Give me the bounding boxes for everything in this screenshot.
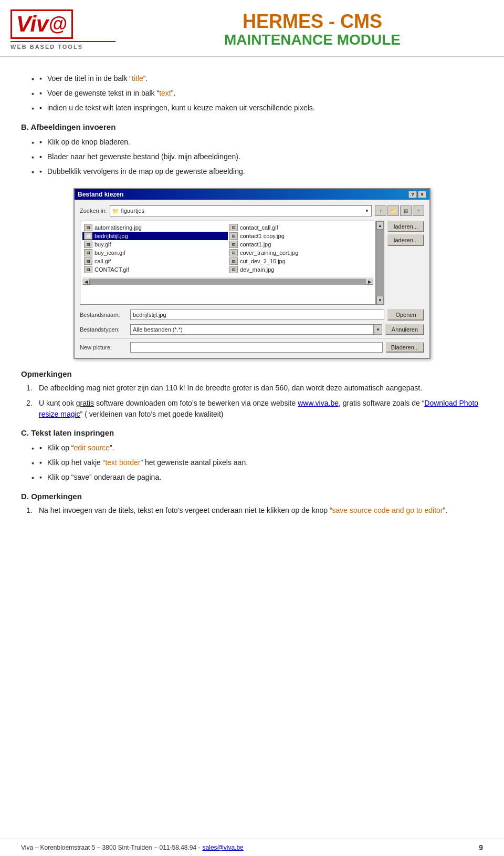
toolbar-icons: ↑ 📁 ⊞ ≡ [375,205,424,216]
save-source-link[interactable]: save source code and go to editor [332,506,443,514]
title-sub: MAINTENANCE MODULE [136,32,488,48]
section-c-bullet-2: ▪ Klik op het vakje “text border” het ge… [32,457,483,469]
section-b-bullet-2: ▪ Blader naar het gewenste bestand (bijv… [32,151,483,163]
intro-bullet-2: ▪ Voer de gewenste tekst in in balk “tex… [32,88,483,99]
dropdown-arrow-icon: ▼ [365,209,369,213]
section-d-list: 1. Na het invoegen van de titels, tekst … [26,505,483,516]
new-picture-btn[interactable]: Bladeren... [386,342,424,353]
title-link[interactable]: title [132,74,143,82]
scroll-right-btn[interactable]: ▶ [366,279,373,285]
download-photo-link[interactable]: Download Photo resize magic [39,399,478,418]
bullet-marker: ▪ [39,88,42,99]
view-icon-2[interactable]: ≡ [413,205,424,216]
file-item[interactable]: 🖼 contact1 copy.jpg [228,232,373,240]
logo-box: Viv@ [10,9,73,39]
bullet-marker: ▪ [39,166,42,177]
section-b-bullet-1: ▪ Klik op de knop bladeren. [32,137,483,148]
view-icon-1[interactable]: ⊞ [400,205,412,216]
logo-subtext: WEB BASED TOOLS [10,41,116,50]
footer-left: Viva – Korenbloemstraat 5 – 3800 Sint-Tr… [21,844,244,851]
bestandsnaam-label: Bestandsnaam: [80,312,127,318]
viva-be-link[interactable]: www.viva.be [298,399,339,407]
folder-icon: 📁 [112,208,119,214]
edit-source-link[interactable]: edit source [74,444,110,452]
section-b-heading: B. Afbeeldingen invoeren [21,122,483,131]
file-icon: 🖼 [84,266,92,273]
bestandstypen-dropdown[interactable]: Alle bestanden (*.*) ▼ [130,324,382,335]
horizontal-scrollbar[interactable]: ◀ ▶ [82,277,373,285]
file-item[interactable]: 🖼 cover_training_cert.jpg [228,249,373,257]
title-buttons: ? × [408,191,426,198]
intro-bullet-1: ▪ Voer de titel in in de balk “title”. [32,73,483,85]
files-left-col: 🖼 automatisering.jpg 🖼 bedrijfstijl.jpg … [82,223,228,274]
logo-area: Viv@ WEB BASED TOOLS [10,9,116,50]
zoeken-label: Zoeken in: [80,208,107,214]
page-header: Viv@ WEB BASED TOOLS HERMES - CMS MAINTE… [0,0,504,57]
opmerkingen-section: Opmerkingen 1. De afbeelding mag niet gr… [21,369,483,420]
footer-email-link[interactable]: sales@viva.be [203,844,244,851]
scroll-track-vertical [376,230,384,296]
help-button[interactable]: ? [408,191,417,198]
file-icon: 🖼 [229,266,238,273]
footer-page-number: 9 [479,843,483,852]
file-dialog-body: Zoeken in: 📁 figuurtjes ▼ ↑ 📁 ⊞ ≡ [75,200,429,358]
file-icon: 🖼 [229,232,238,240]
bullet-marker: ▪ [39,137,42,148]
new-picture-label: New picture: [80,344,127,350]
file-item[interactable]: 🖼 contact1.jpg [228,240,373,249]
header-title: HERMES - CMS MAINTENANCE MODULE [136,11,488,48]
openen-btn[interactable]: Openen [387,309,424,321]
footer-separator: – 011-58.48.94 - [154,844,200,851]
annuleren-btn[interactable]: Annuleren [385,324,424,335]
new-picture-input[interactable] [130,342,383,353]
opmerkingen-list: 1. De afbeelding mag niet groter zijn da… [26,383,483,420]
main-content: ▪ Voer de titel in in de balk “title”. ▪… [0,57,504,531]
file-item[interactable]: 🖼 CONTACT.gif [82,265,228,274]
file-icon: 🖼 [229,257,238,265]
bestandstypen-label: Bestandstypen: [80,326,127,333]
list-num: 1. [26,505,39,516]
page-footer: Viva – Korenbloemstraat 5 – 3800 Sint-Tr… [0,839,504,856]
file-item[interactable]: 🖼 contact_call.gif [228,223,373,232]
bestandstypen-arrow[interactable]: ▼ [374,324,382,335]
text-border-link[interactable]: text border [105,458,140,467]
side-buttons: laderen... laderen... [387,221,424,305]
section-c-heading: C. Tekst laten inspringen [21,428,483,437]
close-button[interactable]: × [418,191,426,198]
up-icon[interactable]: ↑ [375,205,386,216]
file-item[interactable]: 🖼 buy.gif [82,240,228,249]
files-right-col: 🖼 contact_call.gif 🖼 contact1 copy.jpg 🖼… [228,223,373,274]
bladeren-btn-1[interactable]: laderen... [387,221,424,232]
bestandstypen-row: Bestandstypen: Alle bestanden (*.*) ▼ An… [80,324,424,335]
file-icon: 🖼 [229,249,238,256]
bladeren-btn-2[interactable]: laderen... [387,234,424,246]
scroll-up-btn[interactable]: ▲ [376,221,384,230]
scroll-down-btn[interactable]: ▼ [376,296,384,304]
file-icon: 🖼 [84,257,92,265]
file-item[interactable]: 🖼 dev_main.jpg [228,265,373,274]
file-item[interactable]: 🖼 buy_icon.gif [82,249,228,257]
file-icon: 🖼 [229,241,238,248]
file-item[interactable]: 🖼 call.gif [82,257,228,265]
intro-bullet-3: ▪ indien u de tekst wilt laten inspringe… [32,102,483,114]
vertical-scrollbar[interactable]: ▲ ▼ [376,221,384,305]
file-item[interactable]: 🖼 automatisering.jpg [82,223,228,232]
bestandsnaam-input[interactable]: bedrijfstijl.jpg [130,310,384,320]
bullet-marker: ▪ [39,472,42,483]
bullet-marker: ▪ [39,73,42,84]
file-item-selected[interactable]: 🖼 bedrijfstijl.jpg [82,232,228,240]
file-dialog-title: Bestand kiezen ? × [75,189,429,200]
file-dialog: Bestand kiezen ? × Zoeken in: 📁 figuurtj… [74,188,430,359]
file-icon: 🖼 [84,249,92,256]
section-c-bullet-1: ▪ Klik op “edit source”. [32,442,483,454]
scroll-left-btn[interactable]: ◀ [82,279,90,285]
section-b-bullet-3: ▪ Dubbelklik vervolgens in de map op de … [32,166,483,178]
toolbar-row: Zoeken in: 📁 figuurtjes ▼ ↑ 📁 ⊞ ≡ [80,205,424,216]
new-folder-icon[interactable]: 📁 [387,205,399,216]
file-icon: 🖼 [84,241,92,248]
section-c-bullet-3: ▪ Klik op “save” onderaan de pagina. [32,472,483,483]
file-item[interactable]: 🖼 cut_dev_2_10.jpg [228,257,373,265]
bullet-marker: ▪ [39,457,42,468]
file-icon: 🖼 [84,232,92,240]
text-link[interactable]: text [159,89,171,97]
